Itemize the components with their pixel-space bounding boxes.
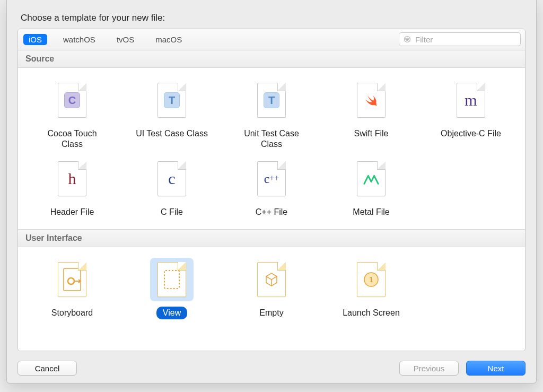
template-icon [349,79,393,122]
previous-button[interactable]: Previous [399,361,459,376]
section-grid: CCocoa Touch ClassTUI Test Case ClassTUn… [18,68,525,229]
filter-input[interactable] [414,34,517,45]
template-header-file[interactable]: hHeader File [22,152,122,220]
filter-icon [404,36,411,43]
template-label: UI Test Case Class [129,127,214,140]
platform-tab-ios[interactable]: iOS [23,34,47,45]
template-empty[interactable]: Empty [222,252,321,320]
template-icon: C [50,79,94,122]
next-button[interactable]: Next [466,361,526,376]
template-ui-test-case-class[interactable]: TUI Test Case Class [122,73,222,152]
section-grid: StoryboardViewEmpty1Launch Screen [18,247,525,330]
template-label: Storyboard [45,307,99,319]
template-icon: T [250,79,293,122]
platform-tab-macos[interactable]: macOS [150,34,187,45]
cancel-button[interactable]: Cancel [17,361,77,376]
template-launch-screen[interactable]: 1Launch Screen [321,252,421,320]
template-icon: h [50,157,94,201]
template-label: Swift File [348,127,395,140]
template-icon [50,258,94,301]
footer: Cancel Previous Next [17,354,526,376]
template-label: Unit Test Case Class [229,127,314,151]
template-cplusplus-file[interactable]: c++C++ File [222,152,321,220]
section-header-source: Source [18,50,525,68]
svg-point-5 [68,278,74,284]
template-label: Empty [253,307,290,319]
platform-tab-tvos[interactable]: tvOS [111,34,139,45]
template-list: SourceCCocoa Touch ClassTUI Test Case Cl… [18,50,525,351]
template-label: C++ File [249,206,294,219]
section-header-user-interface: User Interface [18,229,525,247]
platform-tab-watchos[interactable]: watchOS [58,34,101,45]
svg-rect-4 [64,268,81,291]
template-view[interactable]: View [122,252,222,320]
template-icon: T [150,79,194,122]
template-panel: iOSwatchOStvOSmacOS SourceCCocoa Touch C… [17,29,526,351]
template-cocoa-touch-class[interactable]: CCocoa Touch Class [22,73,122,152]
template-label: Launch Screen [336,307,406,319]
template-icon: c++ [250,157,293,201]
svg-rect-6 [164,271,179,289]
template-unit-test-case-class[interactable]: TUnit Test Case Class [222,73,321,152]
template-objective-c-file[interactable]: mObjective-C File [421,73,521,152]
sheet-title: Choose a template for your new file: [21,13,522,23]
template-label: Objective-C File [434,127,507,140]
template-c-file[interactable]: cC File [122,152,222,220]
template-icon [250,258,293,301]
template-metal-file[interactable]: Metal File [321,152,421,220]
template-label: Metal File [346,206,396,219]
new-file-sheet: Choose a template for your new file: iOS… [6,0,537,384]
svg-text:1: 1 [369,275,373,284]
filter-field[interactable] [399,32,521,46]
template-icon [349,157,393,201]
template-icon [150,258,194,301]
topbar: iOSwatchOStvOSmacOS [18,29,525,50]
template-label: Header File [44,206,101,219]
template-storyboard[interactable]: Storyboard [22,252,122,320]
template-label: View [156,307,187,319]
platform-tabs: iOSwatchOStvOSmacOS [22,34,187,45]
template-swift-file[interactable]: Swift File [321,73,421,152]
template-label: Cocoa Touch Class [30,127,115,151]
template-icon: 1 [349,258,393,301]
template-icon: c [150,157,194,201]
template-icon: m [449,79,493,122]
template-label: C File [154,206,189,219]
